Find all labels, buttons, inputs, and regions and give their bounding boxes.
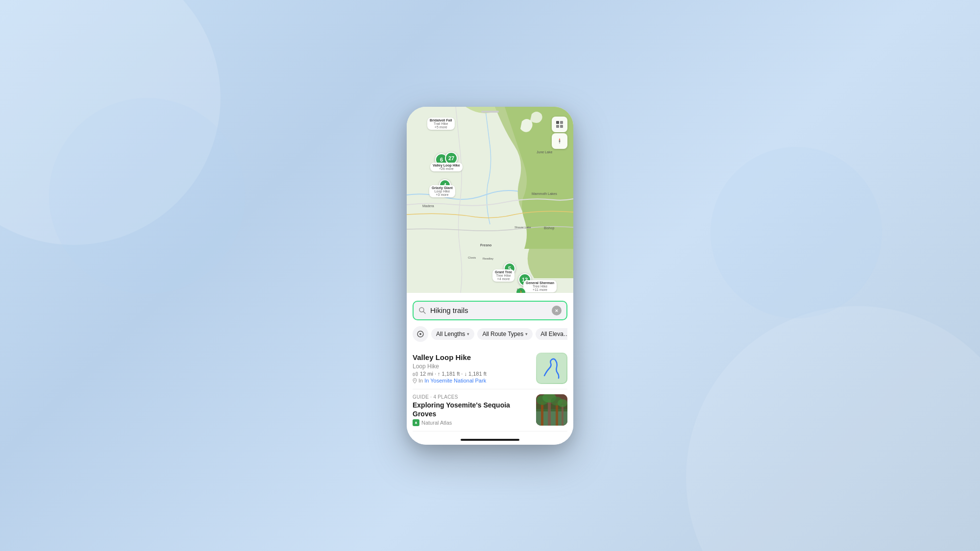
svg-text:Fresno: Fresno (480, 243, 491, 247)
svg-text:Mammoth Lakes: Mammoth Lakes (532, 192, 557, 195)
result-location-link-1[interactable]: In Yosemite National Park (424, 378, 486, 383)
filter-elevation-label: All Eleva… (540, 331, 567, 337)
result-info-2: GUIDE · 4 PLACES Exploring Yosemite's Se… (413, 394, 531, 426)
svg-point-18 (419, 333, 421, 335)
map-area: Madera Fresno Mammoth Lakes June Lake Bi… (407, 107, 573, 293)
search-input[interactable]: Hiking trails (430, 306, 548, 314)
svg-text:Reedley: Reedley (483, 257, 493, 260)
home-indicator (461, 439, 519, 441)
map-cluster-valley-loop[interactable]: Valley Loop Hike +26 more (430, 162, 463, 171)
map-controls (552, 117, 567, 149)
svg-rect-13 (560, 125, 563, 128)
filters-row: All Lengths ▾ All Route Types ▾ All Elev… (413, 326, 567, 342)
map-cluster-grant-tree[interactable]: Grant Tree Tree Hike +4 more (492, 268, 514, 282)
compass-button[interactable] (552, 133, 567, 149)
map-cluster-general-sherman[interactable]: General Sherman Tree Hike +11 more (523, 279, 557, 292)
search-bar[interactable]: Hiking trails × (413, 301, 567, 320)
result-location-1: In In Yosemite National Park (413, 378, 531, 383)
svg-text:Clovis: Clovis (468, 256, 476, 259)
natural-atlas-icon (413, 419, 419, 426)
filter-length-chevron: ▾ (467, 332, 469, 336)
route-thumbnail-1 (537, 354, 566, 383)
route-icon (413, 371, 418, 377)
map-view-button[interactable] (552, 117, 567, 132)
result-label-2: GUIDE · 4 PLACES (413, 394, 531, 400)
svg-text:Shaver Lake: Shaver Lake (514, 226, 531, 229)
search-clear-button[interactable]: × (552, 306, 562, 315)
result-title-2: Exploring Yosemite's Sequoia Groves (413, 401, 531, 418)
svg-rect-34 (536, 394, 567, 426)
map-cluster-grizzly[interactable]: Grizzly Giant Loop Hike +3 more (429, 184, 455, 197)
phone-frame: Madera Fresno Mammoth Lakes June Lake Bi… (407, 107, 573, 445)
result-item-guide[interactable]: GUIDE · 4 PLACES Exploring Yosemite's Se… (413, 389, 567, 431)
svg-rect-12 (556, 125, 559, 128)
filter-length-button[interactable]: All Lengths ▾ (431, 328, 474, 340)
result-item[interactable]: Valley Loop Hike Loop Hike 12 mi · ↑ 1,1… (413, 348, 567, 389)
filter-route-type-chevron: ▾ (525, 332, 528, 336)
hiking-icon-marker[interactable]: 🚶 (516, 288, 525, 293)
result-thumb-2 (536, 394, 567, 426)
svg-text:Madera: Madera (422, 204, 434, 208)
sort-icon (416, 330, 424, 338)
svg-rect-19 (413, 373, 415, 376)
result-item-3[interactable]: Valley Half Loop Hike Loop Hike (413, 431, 567, 436)
drag-handle[interactable] (481, 111, 499, 113)
svg-rect-11 (560, 121, 563, 124)
result-info-1: Valley Loop Hike Loop Hike 12 mi · ↑ 1,1… (413, 353, 531, 384)
map-cluster-bridalveil[interactable]: Bridalveil Fall Trail Hike +5 more (427, 117, 455, 130)
filter-route-type-button[interactable]: All Route Types ▾ (477, 328, 533, 340)
filter-length-label: All Lengths (436, 331, 465, 337)
filter-route-type-label: All Route Types (482, 331, 523, 337)
svg-rect-10 (556, 121, 559, 124)
svg-point-14 (559, 140, 561, 142)
result-title-1: Valley Loop Hike (413, 353, 531, 362)
svg-text:Bishop: Bishop (544, 226, 555, 230)
search-icon (418, 307, 426, 314)
filter-elevation-button[interactable]: All Eleva… ▾ (536, 328, 567, 340)
result-provider-2: Natural Atlas (413, 419, 531, 426)
svg-rect-20 (416, 372, 417, 376)
svg-line-16 (423, 311, 425, 313)
location-icon (413, 378, 417, 383)
svg-text:June Lake: June Lake (537, 150, 552, 154)
bottom-sheet: Hiking trails × All Lengths ▾ All Route … (407, 293, 573, 445)
svg-point-21 (415, 380, 416, 381)
result-stats-1: 12 mi · ↑ 1,181 ft · ↓ 1,181 ft (413, 371, 531, 377)
results-list: Valley Loop Hike Loop Hike 12 mi · ↑ 1,1… (413, 348, 567, 436)
filter-sort-button[interactable] (413, 326, 428, 342)
svg-rect-22 (537, 354, 566, 383)
result-subtitle-1: Loop Hike (413, 363, 531, 370)
result-thumb-1 (536, 353, 567, 384)
